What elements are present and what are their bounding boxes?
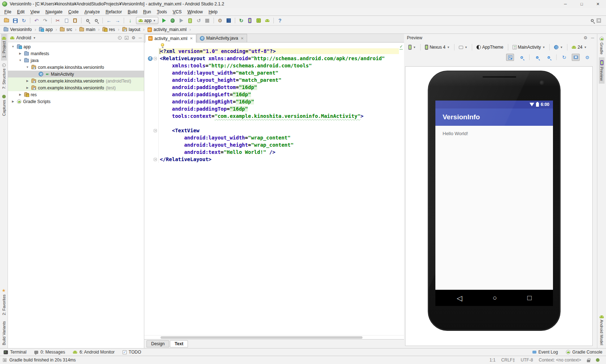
run-configuration-select[interactable]: app ▼ [136, 17, 158, 24]
tree-item-com-example-kinoshita-versioninfo[interactable]: ▶com.example.kinoshita.versioninfo (test… [8, 84, 144, 91]
gear-icon[interactable]: ⚙ [584, 36, 588, 40]
breadcrumb-src[interactable]: src [59, 27, 73, 32]
user-panel-icon[interactable] [597, 18, 601, 23]
tree-closed-arrow-icon[interactable]: ▶ [18, 93, 22, 96]
attach-debugger-button[interactable] [186, 17, 194, 25]
navigate-back-button[interactable]: ← [105, 17, 113, 25]
caret-position-widget[interactable]: 1:1 [489, 358, 496, 363]
breadcrumb-activity_main.xml[interactable]: activity_main.xml [147, 27, 187, 32]
code-line-15[interactable]: android:text="Hello World!" /> [144, 148, 399, 156]
menu-vcs[interactable]: VCS [170, 9, 185, 15]
avd-manager-button[interactable] [246, 17, 254, 25]
breadcrumb-layout[interactable]: layout [122, 27, 141, 32]
fold-marker-icon[interactable] [154, 158, 157, 161]
intention-bulb-icon[interactable] [161, 43, 164, 46]
tree-closed-arrow-icon[interactable]: ▶ [18, 52, 22, 55]
fold-marker-icon[interactable] [154, 129, 157, 132]
settings-button[interactable]: ⚙ [216, 17, 224, 25]
refresh-preview-button[interactable]: ↻ [560, 54, 568, 61]
breadcrumb-app[interactable]: app [38, 27, 53, 32]
navigate-forward-button[interactable]: → [113, 17, 122, 25]
tool-button-7-structure[interactable]: 7: Structure [1, 61, 7, 92]
context-widget[interactable]: Context: <no context> [539, 358, 581, 363]
breadcrumb-main[interactable]: main [79, 27, 96, 32]
activity-select[interactable]: MainActivity▼ [511, 45, 547, 50]
menu-help[interactable]: Help [206, 9, 220, 15]
save-button[interactable] [11, 17, 19, 25]
close-icon[interactable]: ✕ [190, 36, 193, 40]
zoom-fit-button[interactable] [506, 54, 514, 61]
encoding-widget[interactable]: UTF-8 [521, 358, 533, 363]
tool-window-0-messages[interactable]: 0: Messages [34, 350, 65, 355]
compile-button[interactable]: ↓ [126, 17, 135, 25]
menu-window[interactable]: Window [184, 9, 206, 15]
paste-button[interactable] [71, 17, 79, 25]
gear-icon[interactable]: ⚙ [132, 36, 136, 40]
tool-window-terminal[interactable]: Terminal [4, 350, 26, 355]
home-nav-icon[interactable]: ○ [493, 294, 497, 302]
fold-marker-icon[interactable] [154, 57, 157, 60]
breadcrumb-VersionInfo[interactable]: VersionInfo [3, 27, 32, 32]
run-button[interactable] [160, 17, 168, 25]
recents-nav-icon[interactable]: □ [527, 294, 532, 302]
tree-open-arrow-icon[interactable]: ▼ [25, 66, 30, 69]
copy-button[interactable] [62, 17, 71, 25]
tree-item-java[interactable]: ▼java [8, 57, 144, 64]
code-line-13[interactable]: android:layout_width="wrap_content" [144, 134, 399, 141]
tree-item-Gradle-Scripts[interactable]: ▶Gradle Scripts [8, 98, 144, 105]
tool-button-captures[interactable]: Captures [1, 92, 7, 119]
close-button[interactable]: ✕ [590, 0, 606, 8]
api-version-select[interactable]: 24▼ [570, 45, 588, 50]
hide-panel-icon[interactable]: ─ [591, 35, 594, 40]
code-line-10[interactable]: tools:context="com.example.kinoshita.ver… [144, 112, 399, 120]
tool-button-2-favorites[interactable]: ★2: Favorites [1, 285, 7, 318]
maximize-button[interactable]: □ [574, 0, 590, 8]
code-line-8[interactable]: android:paddingRight="16dp" [144, 98, 399, 105]
tree-closed-arrow-icon[interactable]: ▶ [25, 86, 30, 89]
tool-window-event-log[interactable]: Event Log [532, 350, 558, 355]
gradle-sync-button[interactable]: ↻ [237, 17, 246, 25]
run-coverage-button[interactable] [177, 17, 186, 25]
highlighting-level-icon[interactable] [596, 358, 600, 362]
preview-settings-button[interactable]: ⚙ [583, 54, 591, 61]
screenshot-button[interactable] [572, 54, 580, 61]
tree-item-com-example-kinoshita-versioninfo[interactable]: ▼com.example.kinoshita.versioninfo [8, 64, 144, 71]
sdk-manager-button[interactable] [254, 17, 263, 25]
tree-item-app[interactable]: ▼app [8, 43, 144, 50]
theme-select[interactable]: AppTheme [475, 45, 505, 50]
tool-window-toggle-icon[interactable] [3, 358, 6, 362]
code-line-11[interactable] [144, 120, 399, 127]
rerun-button[interactable]: ↺ [194, 17, 203, 25]
menu-code[interactable]: Code [65, 9, 82, 15]
code-line-7[interactable]: android:paddingLeft="16dp" [144, 91, 399, 98]
close-icon[interactable]: ✕ [241, 36, 243, 40]
code-line-2[interactable]: <RelativeLayout xmlns:android="http://sc… [144, 55, 399, 62]
breadcrumb-res[interactable]: res [102, 27, 116, 32]
code-line-5[interactable]: android:layout_height="match_parent" [144, 76, 399, 84]
minimize-button[interactable]: ─ [557, 0, 574, 8]
tree-item-manifests[interactable]: ▶manifests [8, 50, 144, 57]
tool-window-todo[interactable]: TODO [123, 350, 141, 355]
code-line-12[interactable]: <TextView [144, 127, 399, 134]
class-gutter-icon[interactable] [148, 56, 153, 61]
open-button[interactable] [2, 17, 11, 25]
menu-refactor[interactable]: Refactor [103, 9, 125, 15]
tree-closed-arrow-icon[interactable]: ▶ [11, 100, 15, 103]
menu-navigate[interactable]: Navigate [43, 9, 65, 15]
back-nav-icon[interactable]: ◁ [457, 294, 462, 302]
menu-run[interactable]: Run [140, 9, 154, 15]
code-line-9[interactable]: android:paddingTop="16dp" [144, 105, 399, 112]
horizontal-scrollbar[interactable] [144, 335, 404, 339]
project-view-selector[interactable]: Android [16, 35, 31, 40]
sync-button[interactable]: ↻ [19, 17, 28, 25]
code-editor[interactable]: ✓ <?xml version="1.0" encoding="utf-8"?>… [144, 43, 404, 335]
menu-file[interactable]: File [1, 9, 14, 15]
code-line-3[interactable]: xmlns:tools="http://schemas.android.com/… [144, 62, 399, 69]
collapse-all-icon[interactable] [125, 36, 128, 40]
tool-button-gradle[interactable]: Gradle [599, 34, 605, 57]
tree-item-com-example-kinoshita-versioninfo[interactable]: ▶com.example.kinoshita.versioninfo (andr… [8, 77, 144, 84]
code-line-4[interactable]: android:layout_width="match_parent" [144, 69, 399, 76]
tree-open-arrow-icon[interactable]: ▼ [18, 59, 22, 62]
stop-button[interactable] [203, 17, 212, 25]
device-select[interactable]: Nexus 4▼ [423, 45, 451, 50]
